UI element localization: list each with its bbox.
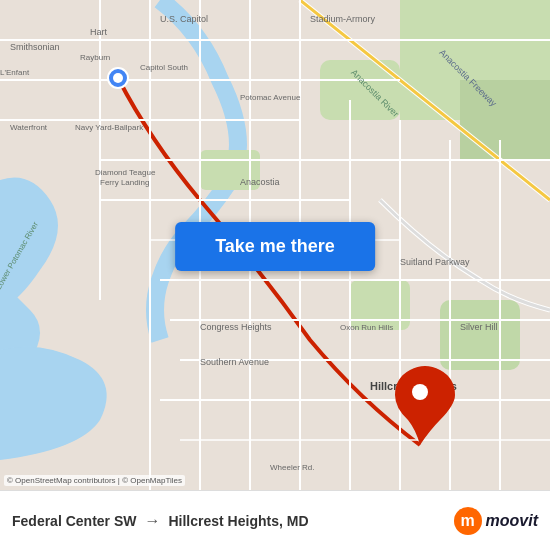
destination-label: Hillcrest Heights, MD bbox=[168, 513, 308, 529]
moovit-logo: m moovit bbox=[454, 507, 538, 535]
svg-text:Congress Heights: Congress Heights bbox=[200, 322, 272, 332]
svg-text:Waterfront: Waterfront bbox=[10, 123, 48, 132]
svg-text:U.S. Capitol: U.S. Capitol bbox=[160, 14, 208, 24]
svg-text:Ferry Landing: Ferry Landing bbox=[100, 178, 149, 187]
take-me-there-button[interactable]: Take me there bbox=[175, 222, 375, 271]
svg-text:L'Enfant: L'Enfant bbox=[0, 68, 30, 77]
svg-text:Rayburn: Rayburn bbox=[80, 53, 110, 62]
route-info: Federal Center SW → Hillcrest Heights, M… bbox=[12, 512, 454, 530]
svg-text:Anacostia: Anacostia bbox=[240, 177, 280, 187]
svg-text:Silver Hill: Silver Hill bbox=[460, 322, 498, 332]
svg-point-54 bbox=[412, 384, 428, 400]
origin-label: Federal Center SW bbox=[12, 513, 136, 529]
map-attribution: © OpenStreetMap contributors | © OpenMap… bbox=[4, 475, 185, 486]
svg-text:Stadium-Armory: Stadium-Armory bbox=[310, 14, 376, 24]
bottom-bar: Federal Center SW → Hillcrest Heights, M… bbox=[0, 490, 550, 550]
svg-text:Capitol South: Capitol South bbox=[140, 63, 188, 72]
map-container: Smithsonian Hart U.S. Capitol Stadium-Ar… bbox=[0, 0, 550, 490]
moovit-icon: m bbox=[454, 507, 482, 535]
svg-rect-3 bbox=[460, 80, 550, 160]
svg-text:Smithsonian: Smithsonian bbox=[10, 42, 60, 52]
svg-text:Southern Avenue: Southern Avenue bbox=[200, 357, 269, 367]
svg-text:Navy Yard-Ballpark: Navy Yard-Ballpark bbox=[75, 123, 144, 132]
svg-text:Diamond Teague: Diamond Teague bbox=[95, 168, 156, 177]
svg-point-53 bbox=[113, 73, 123, 83]
moovit-brand-label: moovit bbox=[486, 512, 538, 530]
arrow-icon: → bbox=[144, 512, 160, 530]
svg-text:Wheeler Rd.: Wheeler Rd. bbox=[270, 463, 314, 472]
svg-text:Potomac Avenue: Potomac Avenue bbox=[240, 93, 301, 102]
svg-text:Oxon Run Hills: Oxon Run Hills bbox=[340, 323, 393, 332]
svg-text:Hart: Hart bbox=[90, 27, 108, 37]
svg-text:Suitland Parkway: Suitland Parkway bbox=[400, 257, 470, 267]
